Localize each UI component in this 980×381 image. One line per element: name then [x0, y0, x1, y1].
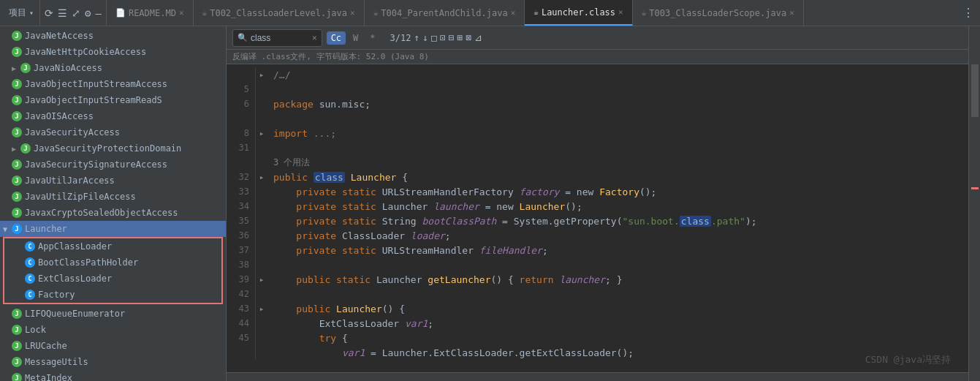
javaobj-label: JavaObjectInputStreamAccess — [25, 79, 167, 89]
line-num-34: 34 — [227, 199, 256, 214]
line-content-45: try { — [267, 331, 968, 345]
line-num-33: 33 — [227, 184, 256, 199]
tab-t002-close[interactable]: ✕ — [350, 8, 355, 18]
code-area: 🔍 ✕ Cc W * 3/12 ↑ ↓ □ ⊡ ⊟ ⊞ ⊠ ⊿ — [227, 26, 968, 381]
line-fold-43[interactable]: ▸ — [256, 301, 267, 316]
list-icon[interactable]: ☰ — [58, 7, 67, 19]
search-next-button[interactable]: ↓ — [422, 32, 428, 43]
line-fold-39[interactable]: ▸ — [256, 272, 267, 287]
sync-icon[interactable]: ⟳ — [45, 7, 53, 19]
sidebar-item-bootclasspatholder[interactable]: C BootClassPathHolder — [4, 254, 221, 271]
line-content-6: package sun.misc; — [267, 97, 968, 111]
code-line-34: 34 private static Launcher launcher = ne… — [227, 199, 968, 214]
search-count: 3/12 — [390, 33, 411, 43]
javasigsig-icon: J — [12, 159, 22, 170]
messageutils-label: MessageUtils — [25, 357, 88, 367]
tab-t003-close[interactable]: ✕ — [789, 8, 794, 18]
sidebar-item-javaois[interactable]: J JavaOISAccess — [0, 108, 226, 124]
tab-t003[interactable]: ☕ T003_ClassLoaderScope.java ✕ — [633, 0, 804, 26]
vertical-scrollbar[interactable] — [971, 29, 979, 381]
lock-icon: J — [12, 325, 22, 335]
search-action-3[interactable]: ⊟ — [449, 32, 455, 43]
search-action-4[interactable]: ⊞ — [457, 32, 463, 43]
sidebar-item-launcher[interactable]: ▼ J Launcher — [0, 221, 226, 237]
sidebar-item-metaindex[interactable]: J MetaIndex — [0, 370, 226, 381]
line-num-6: 6 — [227, 97, 256, 111]
error-marker-1 — [971, 187, 979, 189]
javautiljar-label: JavaUtilJarAccess — [25, 176, 115, 186]
line-fold-8[interactable]: ▸ — [256, 126, 267, 140]
line-num-usage — [227, 155, 256, 170]
code-line-32: 32 ▸ public class Launcher { — [227, 170, 968, 184]
search-prev-button[interactable]: ↑ — [414, 32, 419, 43]
line-content-42 — [267, 287, 968, 301]
sidebar-item-javanehttp[interactable]: J JavaNetHttpCookieAccess — [0, 44, 226, 60]
line-fold-6 — [256, 97, 267, 111]
search-case-sensitive-button[interactable]: Cc — [327, 31, 346, 45]
line-content-5 — [267, 82, 968, 97]
search-action-5[interactable]: ⊠ — [466, 32, 471, 43]
tab-t002[interactable]: ☕ T002_ClassLoaderLevel.java ✕ — [194, 0, 365, 26]
minimize-icon[interactable]: — — [95, 7, 101, 19]
code-editor[interactable]: ▸ /…/ 5 6 package sun.misc; — [227, 64, 968, 372]
line-fold-5 — [256, 82, 267, 97]
search-action-1[interactable]: □ — [431, 32, 437, 43]
code-line-empty1 — [227, 111, 968, 126]
sidebar-item-javanio[interactable]: ▶ J JavaNioAccess — [0, 60, 226, 76]
tab-launcher[interactable]: ☕ Launcher.class ✕ — [525, 0, 632, 26]
sidebar-item-lifo[interactable]: J LIFOQueueEnumerator — [0, 306, 226, 322]
sidebar-item-lock[interactable]: J Lock — [0, 322, 226, 338]
code-line-38: 38 — [227, 257, 968, 272]
horizontal-scrollbar[interactable] — [227, 372, 968, 381]
sidebar-item-extclassloader[interactable]: C ExtClassLoader — [4, 271, 221, 287]
appclassloader-icon: C — [25, 241, 35, 252]
messageutils-icon: J — [12, 357, 22, 367]
tab-launcher-close[interactable]: ✕ — [618, 7, 623, 17]
tab-t004-close[interactable]: ✕ — [511, 8, 516, 18]
search-filter-button[interactable]: ⊿ — [474, 32, 482, 43]
project-section: 项目 ▾ — [3, 0, 40, 26]
sidebar-item-appclassloader[interactable]: C AppClassLoader — [4, 238, 221, 254]
sidebar-item-javaxcrypto[interactable]: J JavaxCryptoSealedObjectAccess — [0, 205, 226, 221]
search-input-wrap[interactable]: 🔍 ✕ — [232, 29, 322, 47]
sidebar-item-javautilzip[interactable]: J JavaUtilZipFileAccess — [0, 189, 226, 205]
search-whole-word-button[interactable]: W — [349, 31, 362, 45]
line-num-8: 8 — [227, 126, 256, 140]
sidebar-item-javasecprot[interactable]: ▶ J JavaSecurityProtectionDomain — [0, 140, 226, 156]
javanio-icon: J — [20, 63, 31, 73]
settings-icon[interactable]: ⚙ — [85, 7, 91, 19]
line-fold[interactable]: ▸ — [256, 67, 267, 82]
line-fold-32[interactable]: ▸ — [256, 170, 267, 184]
sidebar-item-javautiljar[interactable]: J JavaUtilJarAccess — [0, 173, 226, 189]
project-dropdown-icon[interactable]: ▾ — [29, 9, 34, 17]
sidebar-item-javasigsig[interactable]: J JavaSecuritySignatureAccess — [0, 156, 226, 173]
sidebar-item-javaobj[interactable]: J JavaObjectInputStreamAccess — [0, 76, 226, 92]
javanehttp-icon: J — [12, 47, 22, 57]
sidebar-item-lrucache[interactable]: J LRUCache — [0, 338, 226, 354]
code-line-37: 37 private static URLStreamHandler fileH… — [227, 243, 968, 257]
tab-t004-label: T004_ParentAndChild.java — [381, 8, 507, 18]
javanehttp-label: JavaNetHttpCookieAccess — [25, 47, 146, 57]
line-fold-36 — [256, 228, 267, 243]
sidebar-item-messageutils[interactable]: J MessageUtils — [0, 354, 226, 370]
scrollbar-thumb[interactable] — [971, 64, 979, 117]
more-tabs-button[interactable]: ⋮ — [957, 6, 980, 20]
sidebar-item-factory[interactable]: C Factory — [4, 287, 221, 303]
sidebar-item-javasecurity[interactable]: J JavaSecurityAccess — [0, 124, 226, 140]
t003-file-icon: ☕ — [642, 8, 647, 18]
search-regex-button[interactable]: * — [365, 31, 379, 45]
tab-readme[interactable]: 📄 README.MD ✕ — [107, 0, 194, 26]
search-input[interactable] — [251, 33, 309, 43]
search-clear-button[interactable]: ✕ — [312, 33, 317, 42]
sidebar-item-javanetaccess[interactable]: J JavaNetAccess — [0, 28, 226, 44]
line-num-last — [227, 345, 256, 360]
tab-t004[interactable]: ☕ T004_ParentAndChild.java ✕ — [365, 0, 525, 26]
tab-readme-close[interactable]: ✕ — [179, 8, 184, 18]
javasecurity-icon: J — [12, 127, 22, 137]
search-action-2[interactable]: ⊡ — [440, 32, 446, 43]
sidebar-item-javaobjread[interactable]: J JavaObjectInputStreamReadS — [0, 92, 226, 108]
expand-icon[interactable]: ⤢ — [72, 7, 80, 19]
extclassloader-label: ExtClassLoader — [38, 274, 112, 284]
metaindex-label: MetaIndex — [25, 373, 72, 381]
line-content-44: ExtClassLoader var1; — [267, 316, 968, 331]
